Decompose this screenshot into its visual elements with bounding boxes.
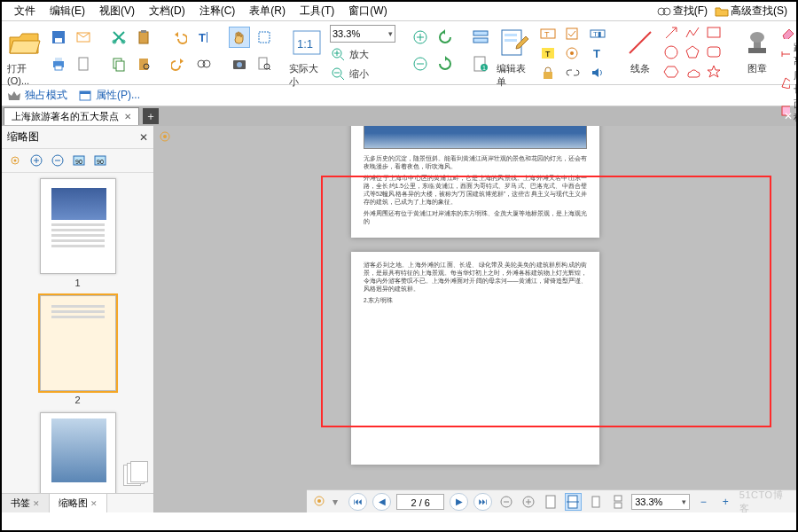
eraser-tool[interactable] bbox=[780, 25, 798, 39]
find-in-page-button[interactable] bbox=[254, 53, 275, 74]
status-gear-icon[interactable] bbox=[312, 494, 327, 510]
perimeter-tool[interactable]: 周长 bbox=[780, 69, 798, 96]
rotate-cw-button[interactable] bbox=[434, 53, 456, 74]
menu-view[interactable]: 视图(V) bbox=[92, 2, 142, 20]
pentagon-icon[interactable] bbox=[685, 44, 702, 60]
last-page-button[interactable]: ⏭ bbox=[473, 493, 492, 511]
zoom-plus-status[interactable]: + bbox=[717, 493, 734, 511]
paste-special-button[interactable] bbox=[133, 53, 154, 74]
roundrect-icon[interactable] bbox=[706, 44, 724, 60]
continuous-page-button[interactable] bbox=[609, 493, 626, 511]
stamp-tool[interactable] bbox=[739, 25, 775, 60]
fit-width-button[interactable] bbox=[565, 493, 582, 511]
zoom-out-status[interactable] bbox=[497, 493, 514, 511]
hand-tool[interactable] bbox=[229, 27, 250, 48]
prev-page-button[interactable]: ◀ bbox=[372, 493, 391, 511]
print-button[interactable] bbox=[48, 53, 69, 74]
zoom-in-alt[interactable] bbox=[410, 27, 431, 48]
copy-button[interactable] bbox=[108, 53, 129, 74]
thumb-rotate-left[interactable]: 90 bbox=[71, 153, 87, 168]
zoom-in-icon bbox=[330, 46, 346, 62]
zoom-value: 33.3% bbox=[332, 28, 360, 39]
text-bold-tool[interactable]: T bbox=[587, 43, 608, 64]
lock-tool[interactable] bbox=[537, 62, 559, 83]
rotate-ccw-button[interactable] bbox=[434, 27, 456, 48]
edit-form-button[interactable] bbox=[497, 25, 532, 60]
find-command[interactable]: 查找(F) bbox=[653, 2, 711, 20]
zoom-out-button[interactable] bbox=[330, 66, 346, 82]
page-indicator[interactable]: 2 / 6 bbox=[396, 494, 444, 510]
new-tab-button[interactable]: ＋ bbox=[143, 108, 159, 124]
link-tool[interactable] bbox=[562, 62, 583, 83]
sidebar-tab-thumbnails[interactable]: 缩略图 ✕ bbox=[50, 494, 107, 512]
single-page-button[interactable] bbox=[587, 493, 604, 511]
menu-edit[interactable]: 编辑(E) bbox=[43, 2, 92, 20]
textbox-tool[interactable]: T bbox=[537, 23, 559, 44]
properties-button[interactable]: 属性(P)... bbox=[78, 88, 140, 103]
close-all-tabs-button[interactable]: ✕ bbox=[780, 108, 796, 124]
bold-t-icon: T bbox=[590, 46, 606, 60]
zoom-in-status[interactable] bbox=[520, 493, 536, 511]
svg-point-52 bbox=[665, 46, 677, 59]
undo-button[interactable] bbox=[168, 27, 190, 48]
select-tool[interactable] bbox=[254, 27, 275, 48]
star-icon[interactable] bbox=[706, 64, 724, 80]
thumbnail-1[interactable]: 1 bbox=[2, 178, 153, 288]
thumbnail-list[interactable]: 1 2 3 bbox=[2, 173, 153, 493]
radio-tool[interactable] bbox=[562, 43, 583, 64]
circle-icon[interactable] bbox=[663, 44, 681, 60]
hexagon-icon[interactable] bbox=[663, 64, 681, 80]
menu-tools[interactable]: 工具(T) bbox=[293, 2, 341, 20]
first-page-button[interactable]: ⏮ bbox=[348, 493, 367, 511]
arrow-icon[interactable] bbox=[663, 25, 681, 41]
zoom-in-button[interactable] bbox=[330, 46, 346, 62]
menu-comment[interactable]: 注释(C) bbox=[192, 2, 243, 20]
email-button[interactable] bbox=[73, 27, 94, 48]
cut-button[interactable] bbox=[108, 27, 129, 48]
zoom-minus-status[interactable]: − bbox=[695, 493, 712, 511]
snapshot-tool[interactable] bbox=[229, 53, 250, 74]
blank-button[interactable] bbox=[73, 53, 94, 74]
select-text-button[interactable]: T bbox=[193, 27, 215, 48]
menu-document[interactable]: 文档(D) bbox=[142, 2, 192, 20]
menu-file[interactable]: 文件 bbox=[7, 2, 43, 20]
close-tab-icon[interactable]: ✕ bbox=[124, 112, 131, 121]
open-button[interactable] bbox=[7, 25, 43, 60]
sound-tool[interactable] bbox=[587, 62, 608, 83]
thumb-rotate-right[interactable]: 90 bbox=[92, 153, 108, 168]
status-chevron-icon[interactable]: ▾ bbox=[332, 496, 338, 508]
page-viewer[interactable]: 无多历史的沉淀，随景恒斜。能看到黄浦江两岸壮观的景色和花园的灯光，还会有夜晚漫步… bbox=[154, 126, 796, 512]
sidebar-tab-bookmarks[interactable]: 书签 ✕ bbox=[2, 494, 50, 512]
zoom-combo[interactable]: 33.3% bbox=[330, 25, 395, 43]
distance-tool[interactable]: 距离 bbox=[780, 41, 798, 67]
page-indicator-button[interactable]: 1 bbox=[470, 53, 491, 74]
highlight-tool[interactable]: T bbox=[537, 43, 559, 64]
highlight-fields-button[interactable] bbox=[470, 27, 491, 48]
document-tab[interactable]: 上海旅游著名的五大景点 ✕ bbox=[4, 107, 139, 125]
line-tool[interactable] bbox=[622, 25, 658, 60]
redo-button[interactable] bbox=[168, 53, 190, 74]
menu-window[interactable]: 窗口(W) bbox=[341, 2, 394, 20]
text-input-tool[interactable]: T▮ bbox=[587, 23, 608, 44]
advanced-find-command[interactable]: 高级查找(S) bbox=[711, 2, 791, 20]
thumb-zoom-out[interactable] bbox=[50, 153, 66, 168]
checkbox-tool[interactable] bbox=[562, 23, 583, 44]
exclusive-mode-button[interactable]: 独占模式 bbox=[7, 88, 67, 103]
next-page-button[interactable]: ▶ bbox=[450, 493, 468, 511]
menu-form[interactable]: 表单(R) bbox=[242, 2, 293, 20]
rect-icon[interactable] bbox=[706, 25, 724, 41]
save-button[interactable] bbox=[48, 27, 69, 48]
thumb-zoom-in[interactable] bbox=[28, 153, 44, 168]
polyline-icon[interactable] bbox=[685, 25, 702, 41]
actual-size-button[interactable]: 1:1 bbox=[289, 25, 325, 60]
sidebar-gear-icon[interactable] bbox=[7, 153, 23, 168]
zoom-combo-status[interactable]: 33.3% bbox=[631, 494, 689, 510]
thumbnail-2[interactable]: 2 bbox=[2, 295, 153, 405]
sidebar-close-icon[interactable]: ✕ bbox=[139, 131, 148, 144]
fit-page-button[interactable] bbox=[543, 493, 559, 511]
zoom-out-alt[interactable] bbox=[410, 53, 431, 74]
paste-button[interactable] bbox=[133, 27, 154, 48]
cloud-icon[interactable] bbox=[685, 64, 702, 80]
viewer-gear-icon[interactable] bbox=[158, 129, 174, 145]
find-toolbar-button[interactable] bbox=[193, 53, 215, 74]
